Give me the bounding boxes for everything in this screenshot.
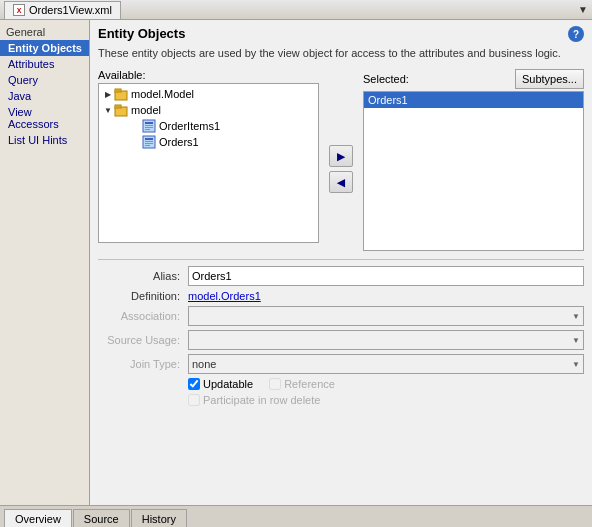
available-label: Available:: [98, 69, 319, 81]
file-icon: X: [13, 4, 25, 16]
selected-box[interactable]: Orders1: [363, 91, 584, 251]
transfer-buttons: ▶ ◀: [325, 87, 357, 251]
title-tab[interactable]: X Orders1View.xml: [4, 1, 121, 19]
updatable-checkbox-item: Updatable: [188, 378, 253, 390]
participate-label: Participate in row delete: [203, 394, 320, 406]
tree-item-orders1[interactable]: Orders1: [101, 134, 316, 150]
join-type-row: Join Type: none ▼: [98, 354, 584, 374]
participate-checkbox[interactable]: [188, 394, 200, 406]
checkbox-row-1: Updatable Reference: [98, 378, 584, 390]
selection-area: Available: ▶ m: [98, 69, 584, 251]
definition-label: Definition:: [98, 290, 188, 302]
alias-label: Alias:: [98, 270, 188, 282]
svg-rect-5: [115, 106, 120, 108]
entity-icon-orders1: [142, 135, 156, 149]
tree-item-model[interactable]: ▼ model: [101, 102, 316, 118]
association-dropdown-arrow: ▼: [572, 312, 580, 321]
tree-item-label: Orders1: [159, 136, 199, 148]
title-bar: X Orders1View.xml ▼: [0, 0, 592, 20]
panel-header: Entity Objects ?: [98, 26, 584, 42]
selected-label: Selected:: [363, 73, 409, 85]
svg-rect-7: [145, 122, 153, 124]
updatable-checkbox[interactable]: [188, 378, 200, 390]
content-area: General Entity Objects Attributes Query …: [0, 20, 592, 505]
alias-row: Alias:: [98, 266, 584, 286]
tree-item-label: model.Model: [131, 88, 194, 100]
association-row: Association: ▼: [98, 306, 584, 326]
move-right-button[interactable]: ▶: [329, 145, 353, 167]
svg-rect-14: [145, 143, 153, 144]
file-title: Orders1View.xml: [29, 4, 112, 16]
main-container: General Entity Objects Attributes Query …: [0, 20, 592, 527]
tab-overview[interactable]: Overview: [4, 509, 72, 527]
package-icon: [114, 87, 128, 101]
svg-rect-8: [145, 125, 153, 126]
alias-input[interactable]: [188, 266, 584, 286]
selected-header: Selected: Subtypes...: [363, 69, 584, 89]
source-usage-dropdown[interactable]: ▼: [188, 330, 584, 350]
sidebar-item-query[interactable]: Query: [0, 72, 89, 88]
tab-history[interactable]: History: [131, 509, 187, 527]
bottom-tabs: Overview Source History: [0, 505, 592, 527]
tree-toggle-model-model[interactable]: ▶: [103, 89, 113, 99]
available-tree[interactable]: ▶ model.Model: [98, 83, 319, 243]
join-type-label: Join Type:: [98, 358, 188, 370]
tree-item-model-model[interactable]: ▶ model.Model: [101, 86, 316, 102]
checkbox-row-2: Participate in row delete: [98, 394, 584, 406]
tab-source[interactable]: Source: [73, 509, 130, 527]
source-usage-row: Source Usage: ▼: [98, 330, 584, 350]
source-usage-label: Source Usage:: [98, 334, 188, 346]
join-type-dropdown-arrow: ▼: [572, 360, 580, 369]
sidebar-item-view-accessors[interactable]: View Accessors: [0, 104, 89, 132]
svg-rect-15: [145, 145, 150, 146]
participate-checkbox-item: Participate in row delete: [188, 394, 320, 406]
definition-row: Definition: model.Orders1: [98, 290, 584, 302]
source-usage-dropdown-arrow: ▼: [572, 336, 580, 345]
right-panel: Entity Objects ? These entity objects ar…: [90, 20, 592, 505]
svg-rect-9: [145, 127, 153, 128]
selected-panel: Selected: Subtypes... Orders1: [363, 69, 584, 251]
tree-item-label: model: [131, 104, 161, 116]
spacer: [131, 121, 141, 131]
sidebar-item-attributes[interactable]: Attributes: [0, 56, 89, 72]
svg-rect-2: [115, 90, 120, 92]
sidebar-item-entity-objects[interactable]: Entity Objects: [0, 40, 89, 56]
updatable-label: Updatable: [203, 378, 253, 390]
association-dropdown[interactable]: ▼: [188, 306, 584, 326]
entity-icon-orderitems1: [142, 119, 156, 133]
svg-rect-13: [145, 141, 153, 142]
subtypes-button[interactable]: Subtypes...: [515, 69, 584, 89]
panel-title: Entity Objects: [98, 26, 185, 41]
help-icon[interactable]: ?: [568, 26, 584, 42]
join-type-value: none: [192, 358, 216, 370]
nav-general-header: General: [0, 24, 89, 40]
reference-label: Reference: [284, 378, 335, 390]
join-type-dropdown[interactable]: none ▼: [188, 354, 584, 374]
properties-area: Alias: Definition: model.Orders1 Associa…: [98, 259, 584, 410]
reference-checkbox-item: Reference: [269, 378, 335, 390]
svg-rect-10: [145, 129, 150, 130]
tree-toggle-model[interactable]: ▼: [103, 105, 113, 115]
association-label: Association:: [98, 310, 188, 322]
left-nav: General Entity Objects Attributes Query …: [0, 20, 90, 505]
selected-item-orders1[interactable]: Orders1: [364, 92, 583, 108]
reference-checkbox[interactable]: [269, 378, 281, 390]
scroll-arrow[interactable]: ▼: [578, 4, 588, 15]
available-panel: Available: ▶ m: [98, 69, 319, 251]
definition-link[interactable]: model.Orders1: [188, 290, 261, 302]
package-icon-2: [114, 103, 128, 117]
panel-description: These entity objects are used by the vie…: [98, 46, 584, 61]
svg-rect-12: [145, 138, 153, 140]
move-left-button[interactable]: ◀: [329, 171, 353, 193]
spacer2: [131, 137, 141, 147]
sidebar-item-java[interactable]: Java: [0, 88, 89, 104]
tree-item-label: OrderItems1: [159, 120, 220, 132]
tree-item-orderitems1[interactable]: OrderItems1: [101, 118, 316, 134]
sidebar-item-list-ui-hints[interactable]: List UI Hints: [0, 132, 89, 148]
